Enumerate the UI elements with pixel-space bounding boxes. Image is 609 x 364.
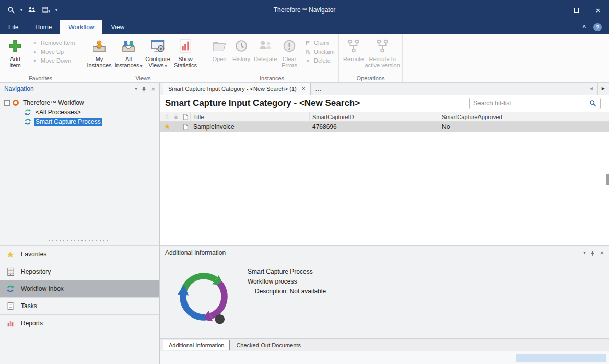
tab-overflow-menu[interactable]: ... [315, 86, 322, 92]
process-type: Workflow process [248, 277, 326, 287]
add-item-button[interactable]: AddItem [3, 36, 27, 68]
move-up-icon: ▲ [31, 49, 38, 55]
configure-views-icon [149, 38, 166, 54]
search-dropdown-caret-icon[interactable]: ▾ [20, 8, 22, 13]
my-instances-button[interactable]: MyInstances [85, 36, 114, 68]
tab-close-icon[interactable]: × [302, 86, 306, 92]
panel-splitter-handle[interactable] [49, 240, 111, 241]
move-down-button[interactable]: ▼ Move Down [31, 57, 75, 64]
navigation-menu-caret-icon[interactable]: ▾ [135, 87, 137, 91]
tab-scroll-right-icon[interactable]: ▶ [597, 83, 609, 95]
tasks-icon [6, 301, 15, 311]
tab-workflow[interactable]: Workflow [60, 20, 102, 34]
sidebar-item-favorites[interactable]: ★ Favorites [0, 246, 159, 263]
workflow-tree: − Therefore™ Workflow <All Processes> Sm… [0, 95, 159, 126]
column-title: Title [191, 112, 310, 121]
info-panel-header: Additional Information ▾ × [160, 246, 609, 260]
qat-customize-caret-icon[interactable]: ▾ [55, 8, 57, 13]
reroute-active-version-button[interactable]: Reroute toactive version [365, 36, 400, 68]
all-instances-caret-icon: ▾ [140, 64, 143, 68]
open-button[interactable]: Open [208, 36, 230, 62]
lock-icon [173, 114, 179, 120]
column-smartcaptureapproved: SmartCaptureApproved [439, 112, 609, 121]
workflow-process-icon [24, 118, 31, 125]
sidebar-item-repository[interactable]: Repository [0, 263, 159, 280]
table-row[interactable]: ★ SampleInvoice 4768696 No [160, 122, 609, 132]
info-menu-caret-icon[interactable]: ▾ [583, 251, 585, 255]
claim-icon [304, 40, 311, 46]
search-input[interactable] [473, 100, 589, 107]
document-tab-smart-capture[interactable]: Smart Capture Input Category - <New Sear… [163, 83, 311, 95]
tab-checked-out-documents[interactable]: Checked-Out Documents [231, 340, 306, 350]
document-tab-bar: Smart Capture Input Category - <New Sear… [160, 83, 609, 95]
all-instances-button[interactable]: All Instances▾ [114, 36, 143, 69]
tab-view[interactable]: View [102, 20, 133, 34]
close-button[interactable]: × [587, 0, 609, 20]
cell-title: SampleInvoice [191, 122, 310, 132]
history-icon [233, 38, 250, 54]
claim-button[interactable]: Claim [304, 40, 335, 46]
tab-home[interactable]: Home [27, 20, 60, 34]
hit-list: ☆ Title SmartCaptureID SmartCaptureAppro… [160, 112, 609, 245]
maximize-icon [574, 8, 579, 13]
column-lock [172, 112, 180, 121]
process-description: Description: Not available [255, 287, 326, 297]
sidebar-item-tasks[interactable]: Tasks [0, 298, 159, 315]
search-icon[interactable] [589, 100, 596, 107]
group-label-instances: Instances [205, 75, 338, 81]
navigation-pin-icon[interactable] [142, 86, 146, 92]
scrollbar-thumb[interactable] [606, 174, 609, 185]
info-panel-title: Additional Information [165, 249, 226, 256]
navigation-panel: Navigation ▾ × − Therefore™ Workflow <Al… [0, 83, 160, 364]
repository-cabinet-icon [6, 267, 15, 276]
table-header[interactable]: ☆ Title SmartCaptureID SmartCaptureAppro… [160, 112, 609, 122]
ribbon-group-favorites: AddItem × Remove Item ▲ Move Up ▼ Move D… [0, 34, 81, 82]
move-up-button[interactable]: ▲ Move Up [31, 49, 75, 55]
info-close-icon[interactable]: × [600, 250, 604, 256]
new-view-icon[interactable] [41, 5, 51, 15]
main-panel: Smart Capture Input Category - <New Sear… [160, 83, 609, 364]
cell-smartcaptureid: 4768696 [310, 122, 439, 132]
group-label-operations: Operations [339, 75, 402, 81]
delete-button[interactable]: × Delete [304, 57, 335, 64]
sidebar-item-reports[interactable]: Reports [0, 315, 159, 332]
add-item-icon [7, 38, 24, 54]
help-icon[interactable]: ? [593, 23, 602, 31]
sidebar-item-workflow-inbox[interactable]: Workflow Inbox [0, 280, 159, 298]
unclaim-button[interactable]: Unclaim [304, 49, 335, 55]
ribbon-group-operations: Reroute Reroute toactive version Operati… [339, 34, 403, 82]
tree-item-all-processes[interactable]: <All Processes> [0, 108, 159, 117]
minimize-button[interactable]: – [543, 0, 565, 20]
titlebar: ▾ ▾ Therefore™ Navigator – × [0, 0, 609, 20]
maximize-button[interactable] [565, 0, 587, 20]
navigation-panel-header: Navigation ▾ × [0, 83, 159, 95]
column-favorite: ☆ [162, 112, 172, 121]
my-instances-icon [91, 38, 108, 54]
tab-scroll-left-icon[interactable]: ◀ [585, 83, 597, 95]
ribbon-group-views: MyInstances All Instances▾ Configure Vie… [81, 34, 205, 82]
tree-item-smart-capture-process[interactable]: Smart Capture Process [0, 117, 159, 126]
delegate-button[interactable]: Delegate [252, 36, 278, 62]
workflow-logo [169, 260, 238, 334]
all-instances-icon [120, 38, 137, 54]
clear-errors-button[interactable]: ClearErrors [278, 36, 300, 68]
ribbon-group-instances: Open History Delegate ClearErrors [205, 34, 339, 82]
history-button[interactable]: History [230, 36, 252, 62]
show-statistics-button[interactable]: ShowStatistics [172, 36, 198, 68]
tree-item-therefore-workflow[interactable]: − Therefore™ Workflow [0, 98, 159, 108]
info-panel-tabs: Additional Information Checked-Out Docum… [160, 338, 609, 351]
hitlist-searchbox[interactable] [469, 98, 601, 109]
delegate-users-icon[interactable] [27, 5, 37, 15]
remove-item-button[interactable]: × Remove Item [31, 40, 75, 46]
tree-collapse-icon[interactable]: − [4, 100, 10, 106]
info-pin-icon[interactable] [590, 250, 595, 256]
tab-file[interactable]: File [0, 20, 27, 34]
collapse-ribbon-icon[interactable]: ^ [583, 24, 586, 30]
configure-views-button[interactable]: Configure Views▾ [143, 36, 172, 69]
search-icon[interactable] [6, 5, 16, 15]
cell-smartcaptureapproved: No [439, 122, 609, 132]
favorite-star-icon[interactable]: ★ [164, 123, 170, 130]
reroute-button[interactable]: Reroute [342, 36, 365, 62]
tab-additional-information[interactable]: Additional Information [163, 340, 230, 350]
navigation-close-icon[interactable]: × [151, 86, 155, 92]
